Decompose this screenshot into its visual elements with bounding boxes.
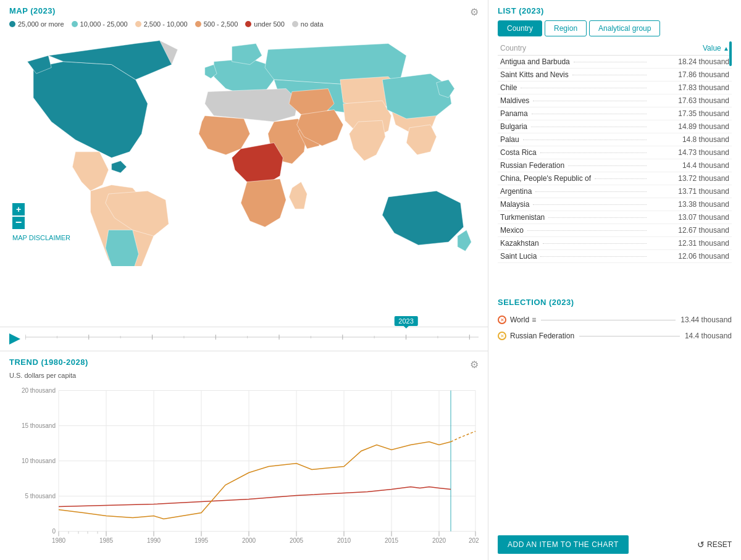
list-row[interactable]: Saint Lucia 12.06 thousand bbox=[498, 250, 732, 263]
country-value: 18.24 thousand bbox=[653, 56, 732, 69]
map-controls: + − bbox=[12, 203, 25, 229]
list-row[interactable]: China, People's Republic of 13.72 thousa… bbox=[498, 172, 732, 185]
reset-button[interactable]: ↺ RESET bbox=[697, 540, 732, 550]
svg-text:2010: 2010 bbox=[337, 537, 351, 544]
list-row[interactable]: Russian Federation 14.4 thousand bbox=[498, 159, 732, 172]
country-name: Antigua and Barbuda bbox=[498, 56, 653, 69]
country-name: Russian Federation bbox=[498, 159, 653, 172]
reset-icon: ↺ bbox=[697, 540, 705, 550]
legend-item-2500: 2,500 - 10,000 bbox=[135, 20, 188, 28]
bottom-actions: ADD AN ITEM TO THE CHART ↺ RESET bbox=[498, 530, 732, 554]
selection-title: SELECTION (2023) bbox=[498, 298, 732, 307]
country-name: Kazakhstan bbox=[498, 237, 653, 250]
list-row[interactable]: Antigua and Barbuda 18.24 thousand bbox=[498, 56, 732, 69]
col-country: Country bbox=[498, 41, 653, 56]
add-item-button[interactable]: ADD AN ITEM TO THE CHART bbox=[498, 535, 629, 554]
selection-menu-icon-world[interactable]: ≡ bbox=[532, 316, 536, 324]
trend-settings-icon[interactable]: ⚙ bbox=[470, 359, 479, 370]
svg-text:1995: 1995 bbox=[195, 537, 209, 544]
tab-analytical-group[interactable]: Analytical group bbox=[589, 20, 660, 36]
tab-region[interactable]: Region bbox=[545, 20, 587, 36]
country-name: Saint Lucia bbox=[498, 250, 653, 263]
map-title: MAP (2023) bbox=[9, 6, 479, 15]
selection-name-russia: Russian Federation bbox=[510, 332, 574, 340]
timeline-track[interactable]: 2023 bbox=[25, 330, 479, 348]
country-value: 13.07 thousand bbox=[653, 211, 732, 224]
list-row[interactable]: Panama 17.35 thousand bbox=[498, 107, 732, 120]
selection-section: SELECTION (2023) World ≡ 13.44 thousand … bbox=[498, 298, 732, 530]
country-value: 13.71 thousand bbox=[653, 185, 732, 198]
list-row[interactable]: Malaysia 13.38 thousand bbox=[498, 198, 732, 211]
col-value[interactable]: Value ▲ bbox=[653, 41, 732, 56]
legend-item-500: 500 - 2,500 bbox=[195, 20, 238, 28]
country-value: 13.72 thousand bbox=[653, 172, 732, 185]
legend-item-nodata: no data bbox=[292, 20, 324, 28]
list-row[interactable]: Maldives 17.63 thousand bbox=[498, 94, 732, 107]
list-row[interactable]: Kazakhstan 12.31 thousand bbox=[498, 237, 732, 250]
tab-country[interactable]: Country bbox=[498, 20, 542, 36]
list-wrapper: Country Value ▲ Antigua and Barbuda bbox=[498, 41, 732, 263]
list-row[interactable]: Chile 17.83 thousand bbox=[498, 81, 732, 94]
svg-text:10 thousand: 10 thousand bbox=[22, 458, 56, 464]
svg-text:2025: 2025 bbox=[469, 537, 479, 544]
legend-dot-10k bbox=[72, 21, 78, 27]
country-name: Chile bbox=[498, 81, 653, 94]
legend-item-25k: 25,000 or more bbox=[9, 20, 64, 28]
country-value: 12.31 thousand bbox=[653, 237, 732, 250]
country-value: 13.38 thousand bbox=[653, 198, 732, 211]
country-value: 14.4 thousand bbox=[653, 159, 732, 172]
selection-icon-world[interactable] bbox=[498, 316, 506, 324]
list-title: LIST (2023) bbox=[498, 6, 732, 15]
svg-text:20 thousand: 20 thousand bbox=[22, 387, 56, 394]
world-map-svg bbox=[9, 31, 479, 266]
map-container[interactable]: + − MAP DISCLAIMER bbox=[9, 31, 479, 266]
trend-section: TREND (1980-2028) ⚙ U.S. dollars per cap… bbox=[0, 351, 488, 560]
svg-text:15 thousand: 15 thousand bbox=[22, 422, 56, 429]
country-value: 14.73 thousand bbox=[653, 146, 732, 159]
list-row[interactable]: Mexico 12.67 thousand bbox=[498, 224, 732, 237]
selection-name-world: World bbox=[510, 316, 529, 324]
selection-line-russia bbox=[579, 336, 680, 336]
timeline-ticks-svg bbox=[25, 330, 479, 342]
country-name: Argentina bbox=[498, 185, 653, 198]
map-disclaimer-link[interactable]: MAP DISCLAIMER bbox=[12, 234, 70, 241]
legend-item-10k: 10,000 - 25,000 bbox=[72, 20, 128, 28]
country-name: China, People's Republic of bbox=[498, 172, 653, 185]
selection-icon-russia[interactable] bbox=[498, 332, 506, 340]
legend-dot-25k bbox=[9, 21, 15, 27]
country-name: Mexico bbox=[498, 224, 653, 237]
legend-dot-2500 bbox=[135, 21, 141, 27]
list-scrollbar[interactable] bbox=[729, 41, 732, 66]
country-name: Maldives bbox=[498, 94, 653, 107]
selection-line-world bbox=[541, 320, 676, 320]
play-button[interactable] bbox=[9, 333, 20, 345]
svg-text:1990: 1990 bbox=[147, 537, 161, 544]
list-row[interactable]: Turkmenistan 13.07 thousand bbox=[498, 211, 732, 224]
selection-item-world: World ≡ 13.44 thousand bbox=[498, 312, 732, 328]
legend-item-under500: under 500 bbox=[245, 20, 285, 28]
legend-dot-500 bbox=[195, 21, 201, 27]
trend-chart-svg: 20 thousand 15 thousand 10 thousand 5 th… bbox=[9, 382, 479, 560]
list-row[interactable]: Palau 14.8 thousand bbox=[498, 133, 732, 146]
list-row[interactable]: Costa Rica 14.73 thousand bbox=[498, 146, 732, 159]
list-row[interactable]: Saint Kitts and Nevis 17.86 thousand bbox=[498, 69, 732, 81]
selection-item-russia: Russian Federation 14.4 thousand bbox=[498, 328, 732, 344]
country-value: 12.06 thousand bbox=[653, 250, 732, 263]
sort-arrow-icon: ▲ bbox=[723, 45, 729, 52]
country-value: 17.35 thousand bbox=[653, 107, 732, 120]
country-name: Costa Rica bbox=[498, 146, 653, 159]
trend-title: TREND (1980-2028) bbox=[9, 357, 88, 367]
country-value: 17.83 thousand bbox=[653, 81, 732, 94]
svg-text:2005: 2005 bbox=[290, 537, 304, 544]
country-name: Panama bbox=[498, 107, 653, 120]
map-settings-icon[interactable]: ⚙ bbox=[470, 6, 479, 18]
zoom-in-button[interactable]: + bbox=[12, 203, 25, 215]
country-name: Palau bbox=[498, 133, 653, 146]
zoom-out-button[interactable]: − bbox=[12, 217, 25, 229]
country-value: 17.86 thousand bbox=[653, 69, 732, 81]
country-name: Saint Kitts and Nevis bbox=[498, 69, 653, 81]
list-row[interactable]: Argentina 13.71 thousand bbox=[498, 185, 732, 198]
svg-text:1985: 1985 bbox=[99, 537, 114, 544]
list-row[interactable]: Bulgaria 14.89 thousand bbox=[498, 120, 732, 133]
chart-subtitle: U.S. dollars per capita bbox=[9, 372, 479, 379]
